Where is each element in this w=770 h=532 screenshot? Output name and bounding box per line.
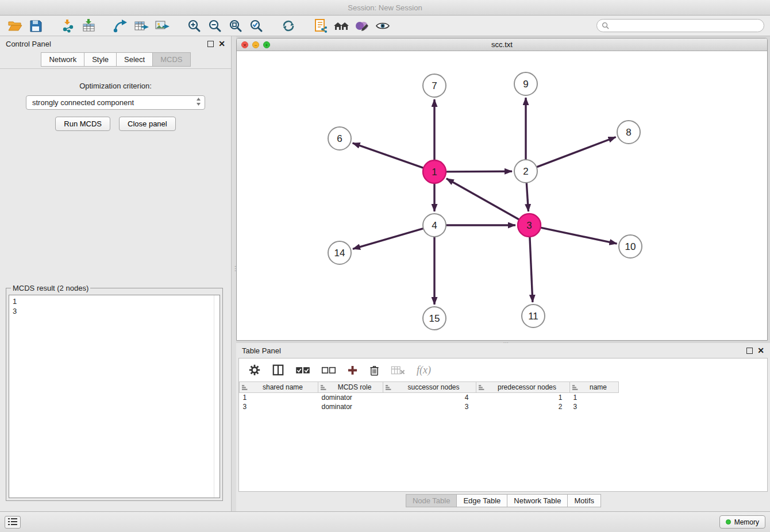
import-table-file-button[interactable] (79, 17, 98, 34)
table-cell: 1 (476, 393, 570, 402)
node-14[interactable]: 14 (328, 241, 351, 264)
edge-1-6[interactable] (353, 143, 424, 168)
tab-mcds[interactable]: MCDS (152, 52, 190, 67)
close-panel-icon[interactable]: ✕ (218, 41, 225, 47)
tab-network-table[interactable]: Network Table (507, 494, 568, 507)
tab-motifs[interactable]: Motifs (567, 494, 601, 507)
column-header-shared-name[interactable]: shared name (240, 382, 318, 393)
refresh-icon (282, 19, 295, 33)
column-header-successor-nodes[interactable]: successor nodes (383, 382, 476, 393)
network-canvas[interactable]: 7968124314101511 (237, 51, 768, 340)
node-1[interactable]: 1 (423, 160, 446, 183)
svg-text:1: 1 (432, 167, 437, 178)
column-header-MCDS-role[interactable]: MCDS role (318, 382, 383, 393)
export-network-button[interactable] (111, 17, 130, 34)
svg-text:15: 15 (429, 313, 440, 324)
tab-edge-table[interactable]: Edge Table (456, 494, 507, 507)
select-all-columns-button[interactable] (295, 366, 310, 375)
close-panel-button[interactable]: Close panel (119, 117, 176, 131)
node-7[interactable]: 7 (423, 74, 446, 97)
table-row[interactable]: 3dominator323 (240, 402, 768, 411)
trash-icon (369, 364, 380, 376)
edge-3-11[interactable] (530, 237, 533, 302)
node-4[interactable]: 4 (423, 214, 446, 237)
node-11[interactable]: 11 (522, 304, 545, 327)
node-2[interactable]: 2 (514, 160, 537, 183)
table-row[interactable]: 1dominator411 (240, 393, 768, 402)
export-table-button[interactable] (132, 17, 151, 34)
deselect-all-columns-button[interactable] (321, 366, 336, 375)
svg-text:9: 9 (523, 79, 528, 90)
copy-style-button[interactable] (311, 17, 330, 34)
close-table-panel-icon[interactable]: ✕ (757, 348, 764, 354)
vertical-splitter[interactable]: ⋮ (232, 36, 236, 511)
function-builder-button[interactable]: f(x) (417, 364, 431, 376)
memory-status-icon (726, 519, 731, 525)
node-10[interactable]: 10 (619, 235, 642, 258)
zoom-out-button[interactable] (206, 17, 224, 34)
tab-node-table[interactable]: Node Table (406, 494, 457, 507)
node-3[interactable]: 3 (518, 214, 541, 237)
edge-2-8[interactable] (537, 137, 616, 167)
import-network-file-button[interactable] (59, 17, 77, 34)
save-session-button[interactable] (26, 17, 45, 34)
show-graphics-details-button[interactable] (374, 17, 392, 34)
svg-text:7: 7 (432, 80, 437, 91)
open-file-button[interactable] (6, 17, 24, 34)
node-8[interactable]: 8 (617, 121, 640, 144)
task-history-button[interactable] (5, 516, 21, 529)
maximize-window-icon[interactable]: + (263, 41, 270, 48)
search-input[interactable] (613, 22, 759, 30)
tab-network[interactable]: Network (41, 52, 84, 67)
network-window-titlebar[interactable]: ✕ − + scc.txt (237, 38, 767, 51)
edge-4-14[interactable] (353, 229, 424, 249)
tab-style[interactable]: Style (84, 52, 117, 67)
float-panel-icon[interactable] (207, 41, 214, 47)
gear-icon (248, 364, 261, 376)
window-controls: ✕ − + (241, 41, 270, 48)
create-column-button[interactable] (347, 365, 358, 376)
import-table-icon (81, 19, 96, 33)
list-icon (8, 518, 17, 526)
edge-3-1[interactable] (446, 179, 519, 219)
float-table-panel-icon[interactable] (746, 348, 753, 354)
zoom-in-button[interactable] (185, 17, 203, 34)
edge-2-3[interactable] (526, 183, 528, 211)
table-settings-button[interactable] (248, 364, 261, 376)
table-cell: dominator (318, 393, 383, 402)
delete-table-icon (391, 365, 406, 376)
edge-1-2[interactable] (446, 171, 512, 172)
optimization-criterion-select[interactable]: strongly connected component (26, 95, 205, 110)
export-image-button[interactable] (153, 17, 171, 34)
delete-table-button[interactable] (391, 365, 406, 376)
apply-layout-button[interactable] (279, 17, 298, 34)
mcds-result-text[interactable]: 13 (9, 295, 220, 498)
search-box[interactable] (596, 19, 764, 32)
network-window: ✕ − + scc.txt 7968124314101511 (236, 38, 768, 341)
table-cell: 3 (383, 402, 476, 411)
memory-button[interactable]: Memory (719, 515, 765, 529)
zoom-selected-button[interactable] (247, 17, 265, 34)
column-header-name[interactable]: name (570, 382, 619, 393)
edge-3-10[interactable] (541, 228, 617, 244)
column-header-predecessor-nodes[interactable]: predecessor nodes (476, 382, 570, 393)
style-paint-button[interactable] (353, 17, 371, 34)
control-panel-tabbar: NetworkStyleSelectMCDS (0, 51, 231, 67)
zoom-fit-button[interactable] (226, 17, 245, 34)
run-mcds-button[interactable]: Run MCDS (55, 117, 110, 131)
node-9[interactable]: 9 (514, 72, 537, 95)
copy-style-icon (314, 18, 328, 33)
show-columns-button[interactable] (272, 364, 284, 376)
node-6[interactable]: 6 (328, 127, 351, 150)
tab-select[interactable]: Select (116, 52, 153, 67)
node-15[interactable]: 15 (423, 307, 446, 330)
network-home-button[interactable] (332, 17, 351, 34)
plus-icon (347, 365, 358, 376)
close-window-icon[interactable]: ✕ (241, 41, 248, 48)
delete-column-button[interactable] (369, 364, 380, 376)
minimize-window-icon[interactable]: − (252, 41, 259, 48)
table-cell: 3 (570, 402, 619, 411)
import-network-icon (60, 19, 75, 33)
svg-text:3: 3 (526, 220, 532, 231)
optimization-criterion-label: Optimization criterion: (0, 82, 231, 90)
